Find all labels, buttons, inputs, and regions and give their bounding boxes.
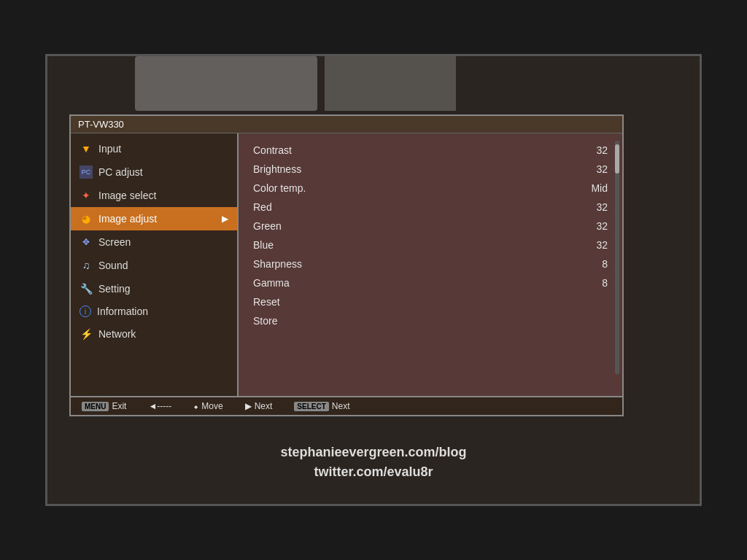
input-icon: ▼ — [80, 142, 93, 155]
right-value-5: 32 — [578, 239, 608, 251]
right-item-green: Green32 — [239, 217, 622, 236]
arrow-icon-image-adjust: ▶ — [222, 214, 228, 224]
overlay-text: stephanieevergreen.com/blog twitter.com/… — [280, 443, 466, 482]
sidebar-item-label-screen: Screen — [98, 236, 131, 248]
image-adjust-icon: ◕ — [80, 212, 93, 225]
sidebar-item-image-adjust[interactable]: ◕Image adjust▶ — [71, 207, 237, 230]
right-item-contrast: Contrast32 — [239, 141, 622, 160]
sidebar-item-pc-adjust[interactable]: PCPC adjust — [71, 160, 237, 184]
exit-label: Exit — [112, 401, 126, 411]
right-label-3: Red — [253, 201, 578, 213]
right-label-6: Sharpness — [253, 258, 578, 270]
select-label: Next — [332, 401, 350, 411]
right-label-2: Color temp. — [253, 182, 578, 194]
right-value-7: 8 — [578, 277, 608, 289]
setting-icon: 🔧 — [80, 282, 93, 295]
menu-badge: MENU — [82, 402, 109, 411]
right-item-sharpness: Sharpness8 — [239, 254, 622, 273]
sidebar-item-information[interactable]: iInformation — [71, 300, 237, 322]
right-item-brightness: Brightness32 — [239, 160, 622, 179]
exit-section: MENU Exit — [82, 401, 126, 411]
pc-adjust-icon: PC — [80, 166, 93, 179]
projector-model: PT-VW330 — [78, 119, 124, 130]
right-label-5: Blue — [253, 239, 578, 251]
sidebar-item-input[interactable]: ▼Input — [71, 137, 237, 160]
right-item-store: Store — [239, 311, 622, 330]
right-label-1: Brightness — [253, 163, 578, 175]
right-value-4: 32 — [578, 220, 608, 232]
menu-container: PT-VW330 ▼InputPCPC adjust✦Image select◕… — [69, 114, 624, 416]
nav-label: ◄----- — [148, 401, 171, 411]
bottom-bar: MENU Exit ◄----- ⬥ Move ▶ Next SELECT Ne… — [71, 396, 622, 415]
sidebar-item-label-image-select: Image select — [98, 190, 156, 201]
right-value-3: 32 — [578, 201, 608, 213]
right-label-9: Store — [253, 315, 578, 327]
select-badge: SELECT — [294, 402, 328, 411]
overlay-line1: stephanieevergreen.com/blog — [280, 443, 466, 462]
image-select-icon: ✦ — [80, 189, 93, 202]
select-section: SELECT Next — [294, 401, 349, 411]
next-label: Next — [255, 401, 273, 411]
right-label-0: Contrast — [253, 144, 578, 156]
sidebar-item-label-pc-adjust: PC adjust — [98, 166, 143, 178]
right-label-7: Gamma — [253, 277, 578, 289]
sidebar-item-label-sound: Sound — [98, 260, 128, 271]
right-value-2: Mid — [578, 182, 608, 194]
right-label-4: Green — [253, 220, 578, 232]
right-item-color-temp-: Color temp.Mid — [239, 179, 622, 198]
right-item-red: Red32 — [239, 198, 622, 217]
right-panel: Contrast32Brightness32Color temp.MidRed3… — [239, 133, 622, 396]
sound-icon: ♫ — [80, 259, 93, 272]
sidebar-item-label-network: Network — [98, 328, 136, 340]
projector-screen: PT-VW330 ▼InputPCPC adjust✦Image select◕… — [45, 54, 702, 506]
move-icon: ⬥ — [193, 401, 198, 411]
title-bar: PT-VW330 — [71, 116, 622, 133]
right-item-reset: Reset — [239, 292, 622, 311]
overlay-line2: twitter.com/evalu8r — [280, 462, 466, 482]
sidebar-item-network[interactable]: ⚡Network — [71, 322, 237, 346]
next-section: ▶ Next — [245, 401, 273, 411]
move-label: Move — [201, 401, 222, 411]
screen-icon: ✥ — [80, 236, 93, 249]
right-item-blue: Blue32 — [239, 236, 622, 254]
right-value-1: 32 — [578, 163, 608, 175]
right-value-6: 8 — [578, 258, 608, 270]
right-label-8: Reset — [253, 296, 578, 308]
sidebar-item-label-image-adjust: Image adjust — [98, 213, 157, 225]
sidebar-item-label-setting: Setting — [98, 283, 131, 295]
move-section: ⬥ Move — [193, 401, 222, 411]
sidebar-item-sound[interactable]: ♫Sound — [71, 254, 237, 277]
sidebar-item-image-select[interactable]: ✦Image select — [71, 184, 237, 207]
left-panel: ▼InputPCPC adjust✦Image select◕Image adj… — [71, 133, 239, 396]
sidebar-item-screen[interactable]: ✥Screen — [71, 230, 237, 254]
nav-arrows: ◄----- — [148, 401, 171, 411]
sidebar-item-label-input: Input — [98, 143, 121, 155]
right-value-0: 32 — [578, 144, 608, 156]
right-item-gamma: Gamma8 — [239, 273, 622, 292]
next-icon: ▶ — [245, 401, 252, 411]
information-icon: i — [80, 306, 91, 317]
sidebar-item-setting[interactable]: 🔧Setting — [71, 277, 237, 300]
network-icon: ⚡ — [80, 327, 93, 341]
sidebar-item-label-information: Information — [97, 306, 148, 317]
